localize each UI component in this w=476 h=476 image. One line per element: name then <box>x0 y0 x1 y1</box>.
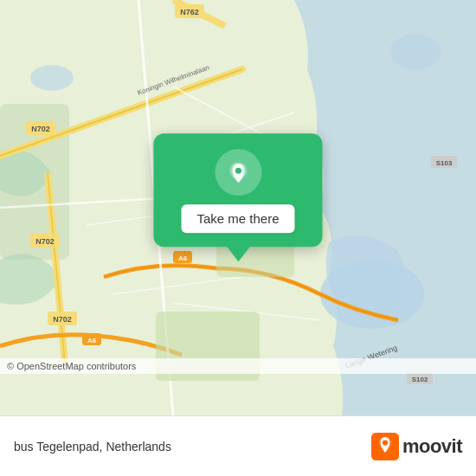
svg-point-43 <box>383 440 388 445</box>
location-label: bus Tegelenpad, Netherlands <box>14 440 171 453</box>
map-copyright: © OpenStreetMap contributors <box>0 358 476 374</box>
location-pin-icon <box>225 159 251 185</box>
copyright-text: OpenStreetMap contributors <box>16 361 136 371</box>
svg-text:N702: N702 <box>35 237 55 246</box>
moovit-brand-name: moovit <box>402 435 462 458</box>
copyright-symbol: © <box>7 361 14 371</box>
take-me-there-button[interactable]: Take me there <box>181 204 294 233</box>
svg-text:S103: S103 <box>436 159 453 167</box>
svg-point-4 <box>389 35 441 69</box>
svg-point-40 <box>235 168 241 174</box>
svg-text:N762: N762 <box>180 8 199 16</box>
moovit-logo: moovit <box>371 433 462 460</box>
popup-card: Take me there <box>153 133 322 247</box>
popup-tail <box>226 246 250 261</box>
location-popup: Take me there <box>153 133 322 261</box>
svg-text:S102: S102 <box>412 376 428 383</box>
map-container[interactable]: N702 N702 N702 N762 A6 A6 S103 S102 Lang… <box>0 0 476 415</box>
footer: bus Tegelenpad, Netherlands moovit <box>0 415 476 476</box>
svg-text:N702: N702 <box>53 315 72 324</box>
svg-text:N702: N702 <box>31 125 50 133</box>
moovit-brand-icon <box>371 433 399 460</box>
location-icon-circle <box>215 149 261 196</box>
svg-text:A6: A6 <box>87 337 97 344</box>
svg-point-3 <box>30 65 74 91</box>
